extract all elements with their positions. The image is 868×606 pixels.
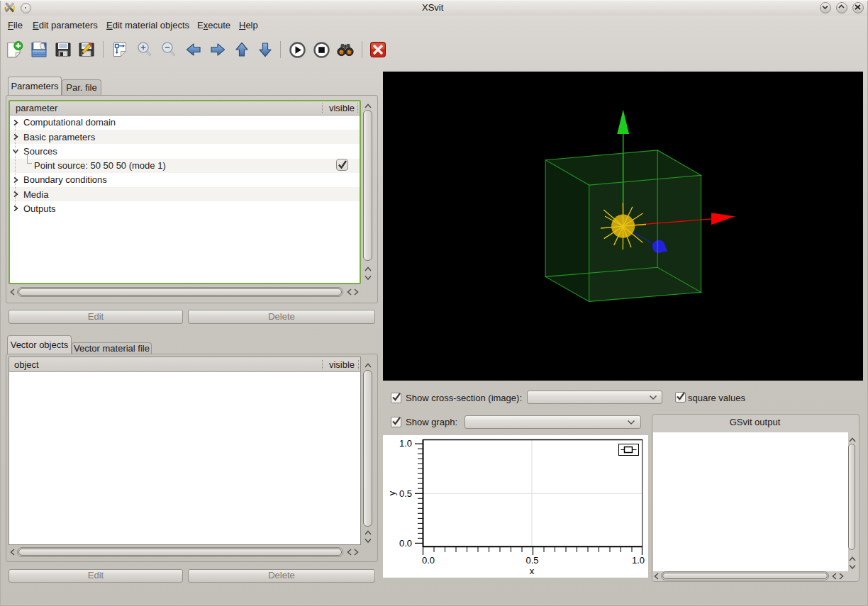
svg-text:y: y [386,490,397,495]
svg-text:0.0: 0.0 [422,555,435,566]
svg-text:0.5: 0.5 [399,488,412,499]
svg-text:1.0: 1.0 [632,555,645,566]
svg-text:1.0: 1.0 [399,438,412,449]
svg-text:x: x [530,566,535,576]
svg-text:0.0: 0.0 [399,538,412,549]
svg-text:0.5: 0.5 [525,555,538,566]
